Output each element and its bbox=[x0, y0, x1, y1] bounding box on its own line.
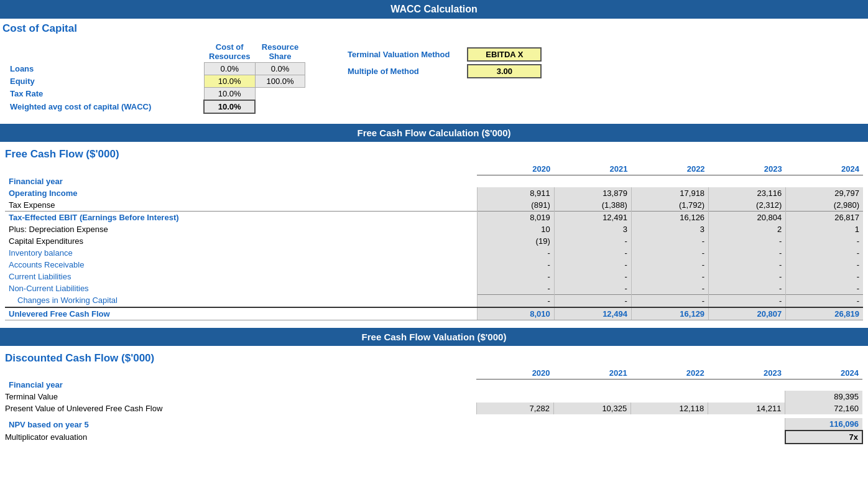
dcf-year-2020: 2020 bbox=[476, 367, 553, 380]
ncl-2021: - bbox=[554, 282, 631, 295]
ar-2022: - bbox=[631, 259, 708, 271]
loans-cost[interactable]: 0.0% bbox=[204, 63, 255, 75]
wacc-cost[interactable]: 10.0% bbox=[204, 100, 255, 113]
col-header-share: ResourceShare bbox=[255, 41, 305, 63]
fcf-row-cl: Current Liabilities - - - - - bbox=[5, 271, 863, 282]
equity-share[interactable]: 100.0% bbox=[255, 75, 305, 88]
terminal-value1[interactable]: EBITDA X bbox=[467, 47, 542, 62]
dcf-table: 2020 2021 2022 2023 2024 Financial year … bbox=[5, 367, 863, 445]
cl-2024: - bbox=[786, 271, 863, 282]
unlevered-2021: 12,494 bbox=[554, 307, 631, 320]
terminal-row2: Multiple of Method 3.00 bbox=[343, 63, 547, 80]
fcf-header: Free Cash Flow ($'000) bbox=[5, 144, 863, 163]
mult-empty2 bbox=[554, 431, 631, 444]
fcf-label-col bbox=[5, 163, 477, 175]
tv-2021 bbox=[554, 391, 631, 403]
fcf-section-title: Free Cash Flow Calculation ($'000) bbox=[0, 124, 868, 142]
dcf-financial-year-row: Financial year bbox=[5, 379, 862, 391]
npv-empty4 bbox=[708, 418, 785, 431]
fcf-row-inventory: Inventory balance - - - - - bbox=[5, 247, 863, 259]
inventory-2022: - bbox=[631, 247, 708, 259]
col-header-cost: Cost ofResources bbox=[204, 41, 255, 63]
dcf-year-2022: 2022 bbox=[631, 367, 708, 380]
mult-value[interactable]: 7x bbox=[785, 431, 862, 444]
fcf-row-operating: Operating Income 8,911 13,879 17,918 23,… bbox=[5, 187, 863, 199]
equity-cost[interactable]: 10.0% bbox=[204, 75, 255, 88]
cost-of-capital-container: Cost ofResources ResourceShare Loans 0.0… bbox=[0, 37, 868, 119]
depreciation-2021: 3 bbox=[554, 223, 631, 235]
capex-2024: - bbox=[786, 235, 863, 247]
year-2020-header: 2020 bbox=[477, 163, 554, 175]
cost-of-capital-header: Cost of Capital bbox=[0, 19, 868, 37]
ncl-label: Non-Current Liabilities bbox=[5, 282, 477, 295]
pv-label: Present Value of Unlevered Free Cash Flo… bbox=[5, 403, 476, 414]
wc-2023: - bbox=[709, 294, 786, 307]
unlevered-2020: 8,010 bbox=[477, 307, 554, 320]
loans-share[interactable]: 0.0% bbox=[255, 63, 305, 75]
dcf-container: Discounted Cash Flow ($'000) 2020 2021 2… bbox=[0, 346, 868, 447]
capex-2022: - bbox=[631, 235, 708, 247]
dcf-row-pv: Present Value of Unlevered Free Cash Flo… bbox=[5, 403, 862, 414]
ebit-2022: 16,126 bbox=[631, 211, 708, 223]
wacc-row-equity: Equity 10.0% 100.0% bbox=[5, 75, 305, 88]
taxrate-cost[interactable]: 10.0% bbox=[204, 88, 255, 101]
fcf-row-unlevered: Unlevered Free Cash Flow 8,010 12,494 16… bbox=[5, 307, 863, 320]
tv-2020 bbox=[476, 391, 553, 403]
operating-2020: 8,911 bbox=[477, 187, 554, 199]
taxrate-label: Tax Rate bbox=[5, 88, 204, 101]
unlevered-2023: 20,807 bbox=[709, 307, 786, 320]
capex-2021: - bbox=[554, 235, 631, 247]
dcf-financial-year-label: Financial year bbox=[5, 379, 476, 391]
cl-label: Current Liabilities bbox=[5, 271, 477, 282]
npv-empty3 bbox=[631, 418, 708, 431]
year-2021-header: 2021 bbox=[554, 163, 631, 175]
mult-label: Multiplicator evaluation bbox=[5, 431, 476, 444]
terminal-row1: Terminal Valuation Method EBITDA X bbox=[343, 46, 547, 63]
tv-2022 bbox=[631, 391, 708, 403]
dcf-row-terminal: Terminal Value 89,395 bbox=[5, 391, 862, 403]
depreciation-2024: 1 bbox=[786, 223, 863, 235]
wc-2024: - bbox=[786, 294, 863, 307]
tax-2022: (1,792) bbox=[631, 199, 708, 212]
wacc-row-taxrate: Tax Rate 10.0% bbox=[5, 88, 305, 101]
terminal-label1: Terminal Valuation Method bbox=[343, 46, 455, 63]
ar-2023: - bbox=[709, 259, 786, 271]
taxrate-share-empty bbox=[255, 88, 305, 101]
operating-2022: 17,918 bbox=[631, 187, 708, 199]
ebit-2023: 20,804 bbox=[709, 211, 786, 223]
pv-2022: 12,118 bbox=[631, 403, 708, 414]
ebit-2021: 12,491 bbox=[554, 211, 631, 223]
fcf-row-wc: Changes in Working Capital - - - - - bbox=[5, 294, 863, 307]
year-2023-header: 2023 bbox=[709, 163, 786, 175]
cl-2020: - bbox=[477, 271, 554, 282]
top-area: Cost ofResources ResourceShare Loans 0.0… bbox=[5, 40, 863, 114]
wacc-row-loans: Loans 0.0% 0.0% bbox=[5, 63, 305, 75]
cost-right: Terminal Valuation Method EBITDA X Multi… bbox=[305, 40, 863, 80]
fcf-row-tax: Tax Expense (891) (1,388) (1,792) (2,312… bbox=[5, 199, 863, 212]
fcf-row-ebit: Tax-Effected EBIT (Earnings Before Inter… bbox=[5, 211, 863, 223]
dcf-header-row: 2020 2021 2022 2023 2024 bbox=[5, 367, 862, 380]
main-title: WACC Calculation bbox=[0, 0, 868, 19]
pv-2023: 14,211 bbox=[708, 403, 785, 414]
unlevered-label: Unlevered Free Cash Flow bbox=[5, 307, 477, 320]
tax-2023: (2,312) bbox=[709, 199, 786, 212]
ncl-2023: - bbox=[709, 282, 786, 295]
terminal-value2[interactable]: 3.00 bbox=[467, 64, 542, 78]
ar-2021: - bbox=[554, 259, 631, 271]
dcf-year-2024: 2024 bbox=[785, 367, 862, 380]
ncl-2020: - bbox=[477, 282, 554, 295]
ebit-label: Tax-Effected EBIT (Earnings Before Inter… bbox=[5, 211, 477, 223]
operating-2023: 23,116 bbox=[709, 187, 786, 199]
fcf-container: Free Cash Flow ($'000) 2020 2021 2022 20… bbox=[0, 142, 868, 323]
financial-year-label: Financial year bbox=[5, 175, 477, 187]
ncl-2024: - bbox=[786, 282, 863, 295]
tax-2021: (1,388) bbox=[554, 199, 631, 212]
ncl-2022: - bbox=[631, 282, 708, 295]
fcf-row-ncl: Non-Current Liabilities - - - - - bbox=[5, 282, 863, 295]
ebit-2024: 26,817 bbox=[786, 211, 863, 223]
inventory-2020: - bbox=[477, 247, 554, 259]
loans-label: Loans bbox=[5, 63, 204, 75]
terminal-table: Terminal Valuation Method EBITDA X Multi… bbox=[343, 46, 547, 80]
npv-value: 116,096 bbox=[785, 418, 862, 431]
cl-2021: - bbox=[554, 271, 631, 282]
